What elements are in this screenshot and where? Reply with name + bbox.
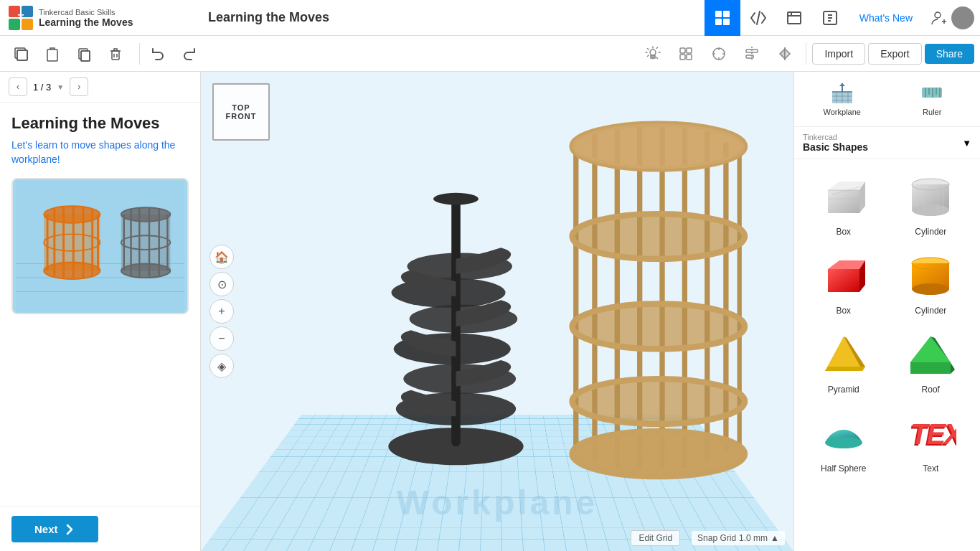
shape-item-cyl-gray[interactable]: Cylinder (890, 168, 972, 241)
shapes-dropdown[interactable]: Tinkercad Basic Shapes ▼ (794, 127, 980, 159)
shapes-name-label: Basic Shapes (803, 141, 868, 153)
svg-point-69 (403, 364, 516, 394)
ruler-tool-label: Ruler (923, 108, 941, 116)
workplane-tool-btn[interactable]: Workplane (800, 77, 885, 121)
measure-btn[interactable] (704, 39, 734, 69)
svg-point-91 (573, 214, 745, 259)
ruler-tool-btn[interactable]: Ruler (890, 77, 975, 121)
snap-chevron-icon[interactable]: ▲ (771, 533, 779, 543)
text-svg: TEXT TEXT (905, 413, 956, 456)
user-area (924, 6, 980, 29)
box-gray-svg (818, 176, 870, 219)
svg-marker-105 (839, 83, 845, 86)
next-btn-area: Next (0, 507, 200, 551)
import-btn[interactable]: Import (812, 43, 865, 65)
svg-point-70 (394, 333, 511, 364)
whats-new-btn[interactable]: What's New (848, 0, 924, 36)
svg-text:TEXT: TEXT (910, 418, 956, 450)
home-view-btn[interactable]: 🏠 (209, 245, 234, 269)
files-btn[interactable] (776, 0, 812, 36)
svg-point-73 (407, 253, 512, 280)
svg-marker-126 (828, 269, 859, 292)
view-cube[interactable]: TOP FRONT (212, 83, 270, 141)
viewport-bottom: Edit Grid Snap Grid 1.0 mm ▲ (201, 525, 793, 551)
shape-label-roof: Roof (922, 385, 940, 395)
svg-marker-37 (785, 49, 790, 59)
shape-item-pyramid[interactable]: Pyramid (803, 326, 885, 399)
fit-view-btn[interactable]: ⊙ (209, 272, 234, 296)
undo-btn[interactable] (143, 39, 173, 69)
svg-rect-17 (81, 51, 90, 61)
add-user-icon[interactable] (930, 9, 948, 27)
svg-marker-112 (828, 190, 859, 213)
shape-item-box-gray[interactable]: Box (803, 168, 885, 241)
collaborate-btn[interactable] (812, 0, 848, 36)
svg-point-78 (573, 304, 745, 349)
align-btn[interactable] (737, 39, 767, 69)
project-title: Learning the Moves (208, 10, 329, 25)
avatar[interactable] (951, 6, 974, 29)
view-controls: 🏠 ⊙ + − ◈ (209, 245, 234, 378)
header-nav: What's New (705, 0, 980, 36)
duplicate-btn[interactable] (6, 39, 36, 69)
copy-btn[interactable] (69, 39, 99, 69)
svg-marker-138 (910, 336, 951, 362)
counter-chevron-icon[interactable]: ▼ (57, 83, 64, 91)
shape-icon-box-gray (815, 172, 872, 222)
svg-marker-127 (828, 260, 865, 269)
left-panel: ‹ 1 / 3 ▼ › Learning the Moves Let's lea… (0, 72, 201, 551)
svg-rect-23 (680, 48, 685, 53)
paste-btn[interactable] (37, 39, 67, 69)
zoom-out-btn[interactable]: − (209, 326, 234, 351)
shape-icon-pyramid (815, 330, 872, 380)
shape-item-roof[interactable]: Roof (890, 326, 972, 399)
3d-design-btn[interactable] (705, 0, 740, 36)
export-btn[interactable]: Export (868, 43, 921, 65)
mirror-btn[interactable] (770, 39, 800, 69)
zoom-in-btn[interactable]: + (209, 299, 234, 324)
separator-1 (139, 43, 140, 65)
header-logo: T Tinkercad Basic Skills Learning the Mo… (0, 6, 201, 30)
shape-icon-halfsphere (815, 409, 872, 459)
shape-label-pyramid: Pyramid (828, 385, 859, 395)
dropdown-chevron-icon[interactable]: ▼ (962, 138, 971, 149)
delete-btn[interactable] (100, 39, 131, 69)
shape-label-box-red: Box (836, 306, 851, 316)
header-center: Learning the Moves (201, 10, 705, 25)
shape-label-text: Text (923, 463, 938, 474)
svg-rect-25 (680, 55, 685, 60)
redo-btn[interactable] (174, 39, 204, 69)
prev-lesson-btn[interactable]: ‹ (9, 77, 27, 96)
shape-icon-cyl-orange (902, 251, 959, 301)
roof-svg (905, 334, 956, 377)
share-btn[interactable]: Share (925, 44, 974, 64)
svg-point-77 (573, 214, 745, 259)
shape-item-cyl-orange[interactable]: Cylinder (890, 247, 972, 320)
svg-marker-135 (825, 367, 865, 371)
next-lesson-btn[interactable]: › (70, 77, 88, 96)
svg-point-92 (573, 304, 745, 349)
light-btn[interactable] (638, 39, 668, 69)
perspective-btn[interactable]: ◈ (209, 354, 234, 378)
shape-item-halfsphere[interactable]: Half Sphere (803, 405, 885, 478)
shape-item-box-red[interactable]: Box (803, 247, 885, 320)
svg-rect-6 (723, 11, 730, 17)
cube-front-label: FRONT (226, 112, 257, 121)
svg-rect-9 (788, 12, 801, 24)
snap-btn[interactable] (671, 39, 701, 69)
svg-rect-26 (687, 55, 692, 60)
shape-item-text[interactable]: TEXT TEXT Text (890, 405, 972, 478)
next-button[interactable]: Next (11, 516, 98, 542)
shape-label-box-gray: Box (836, 227, 851, 237)
codeblocks-btn[interactable] (740, 0, 776, 36)
header: T Tinkercad Basic Skills Learning the Mo… (0, 0, 980, 36)
separator-2 (806, 43, 806, 65)
viewport-tools: Import Export Share (638, 39, 974, 69)
svg-point-139 (825, 437, 862, 448)
viewport[interactable]: TOP FRONT 🏠 ⊙ + − ◈ Workplane (201, 72, 793, 551)
box-red-svg (818, 255, 870, 298)
shapes-category-info: Tinkercad Basic Shapes (803, 133, 868, 153)
edit-grid-btn[interactable]: Edit Grid (631, 530, 680, 546)
header-title: Tinkercad Basic Skills Learning the Move… (39, 8, 133, 28)
svg-rect-24 (687, 48, 692, 53)
